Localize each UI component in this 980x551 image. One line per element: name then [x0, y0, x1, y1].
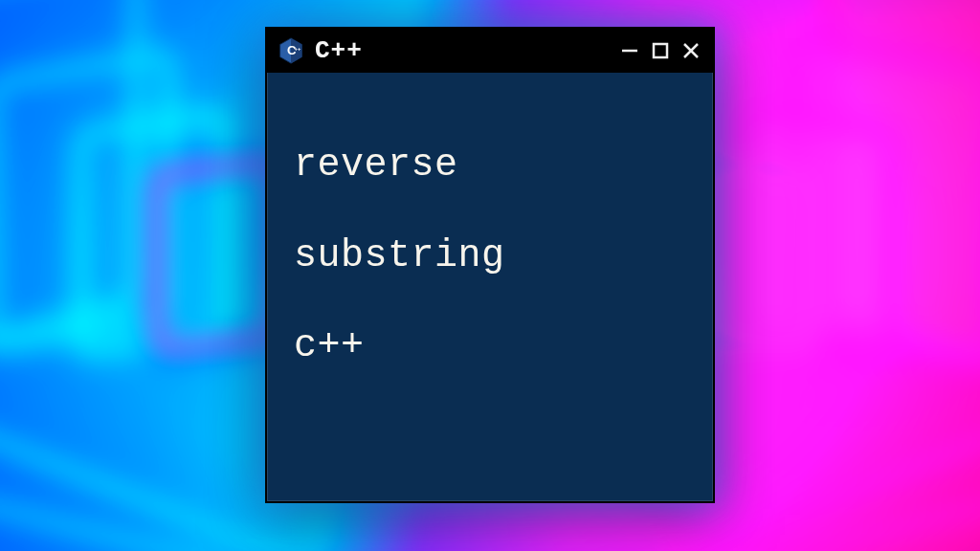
window-title: C++ [315, 36, 363, 65]
terminal-body[interactable]: reverse substring c++ [267, 73, 713, 438]
maximize-button[interactable] [650, 40, 671, 61]
window-controls [619, 40, 702, 61]
terminal-window: C + + C++ reverse substring c++ [265, 27, 715, 503]
close-button[interactable] [680, 40, 702, 61]
cpp-logo-icon: C + + [277, 36, 305, 65]
window-titlebar[interactable]: C + + C++ [267, 29, 713, 73]
minimize-button[interactable] [619, 40, 640, 61]
terminal-line: substring [294, 233, 686, 278]
terminal-line: c++ [294, 323, 686, 368]
svg-rect-6 [654, 44, 667, 57]
terminal-line: reverse [294, 143, 686, 187]
